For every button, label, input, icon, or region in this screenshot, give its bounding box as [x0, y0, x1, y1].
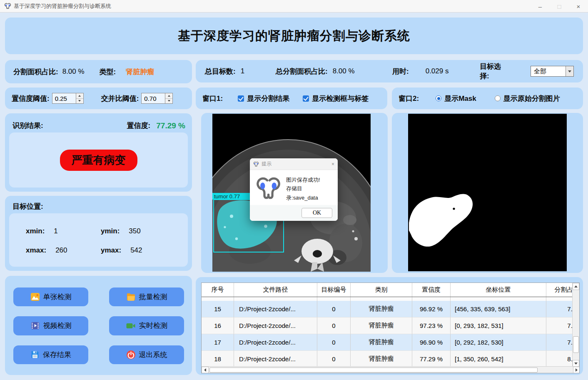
window1-label: 窗口1: — [202, 94, 223, 103]
conf-thresh-up-button[interactable] — [76, 93, 83, 99]
seg-ratio-label: 分割面积占比: — [13, 67, 58, 77]
scroll-up-button[interactable] — [573, 283, 579, 290]
scroll-down-icon — [574, 362, 578, 365]
table-row[interactable]: 15 D:/Project-2zcode/... 0 肾脏肿瘤 96.92 % … — [202, 301, 573, 318]
table-row[interactable]: 18 D:/Project-2zcode/... 0 肾脏肿瘤 77.29 % … — [202, 351, 573, 367]
total-seg-value: 8.00 % — [333, 67, 355, 75]
iou-thresh-up-button[interactable] — [165, 93, 172, 99]
save-icon — [30, 350, 40, 359]
save-results-button[interactable]: 保存结果 — [13, 345, 88, 364]
dialog-close-button[interactable]: × — [331, 161, 334, 167]
batch-detect-button[interactable]: 批量检测 — [109, 288, 184, 306]
ymax-value: 542 — [130, 246, 142, 255]
realtime-detect-button[interactable]: 实时检测 — [109, 316, 184, 335]
show-segmentation-checkbox[interactable]: 显示分割结果 — [238, 94, 289, 103]
folder-icon — [126, 292, 136, 302]
vertical-scroll-thumb[interactable] — [573, 336, 579, 353]
dialog-message-line1: 图片保存成功! — [286, 175, 334, 184]
radio-label: 显示原始分割图片 — [503, 94, 560, 103]
scroll-right-icon — [576, 368, 578, 372]
tumor-bbox-label: tumor 0.77 — [214, 193, 240, 200]
arrow-up-icon — [168, 95, 170, 97]
confidence-value: 77.29 % — [156, 121, 185, 130]
message-dialog: 提示 × 图片保存成功! 存储目录:save_data OK — [250, 158, 338, 221]
column-header: 类别 — [351, 283, 412, 297]
target-select-dropdown[interactable]: 全部 — [531, 66, 574, 77]
exit-system-button[interactable]: 退出系统 — [109, 345, 184, 364]
target-select-label: 目标选择: — [480, 62, 506, 81]
dropdown-button[interactable] — [566, 66, 573, 76]
show-boxes-labels-checkbox[interactable]: 显示检测框与标签 — [303, 94, 369, 103]
table-row[interactable]: 16 D:/Project-2zcode/... 0 肾脏肿瘤 97.23 % … — [202, 318, 573, 334]
type-value: 肾脏肿瘤 — [126, 67, 154, 77]
camera-icon — [126, 321, 136, 331]
window-title: 基于深度学习的肾脏肿瘤分割与诊断系统 — [14, 2, 111, 10]
arrow-down-icon — [168, 100, 170, 102]
vertical-scrollbar[interactable] — [572, 283, 579, 367]
horizontal-scroll-thumb[interactable] — [209, 368, 538, 372]
iou-thresh-input[interactable] — [142, 93, 165, 103]
xmin-label: xmin: — [26, 227, 45, 235]
single-detect-button[interactable]: 单张检测 — [13, 288, 88, 306]
action-buttons-panel: 单张检测 批量检测 视频检测 — [5, 276, 192, 375]
titlebar: 基于深度学习的肾脏肿瘤分割与诊断系统 – □ × — [0, 0, 588, 12]
conf-thresh-input[interactable] — [52, 93, 76, 103]
scroll-left-icon — [204, 368, 206, 372]
xmin-value: 1 — [54, 227, 57, 235]
button-label: 视频检测 — [43, 321, 72, 330]
table-header-row: 序号 文件路径 目标编号 类别 置信度 坐标位置 分割占比 — [202, 283, 573, 297]
column-header: 文件路径 — [234, 283, 317, 297]
image-icon — [30, 292, 40, 302]
button-label: 实时检测 — [139, 321, 167, 330]
dialog-message-line2: 存储目录:save_data — [286, 184, 334, 202]
column-header: 目标编号 — [317, 283, 351, 297]
radio-selected-icon — [436, 95, 441, 101]
ok-button[interactable]: OK — [301, 208, 332, 218]
close-button[interactable]: × — [569, 0, 588, 12]
ymin-label: ymin: — [101, 227, 120, 235]
conf-thresh-down-button[interactable] — [76, 99, 83, 104]
scroll-left-button[interactable] — [202, 367, 209, 373]
xmax-label: xmax: — [26, 246, 46, 255]
recognition-result-panel: 识别结果: 置信度: 77.29 % 严重有病变 — [5, 113, 192, 192]
kidney-icon — [253, 161, 259, 167]
power-icon — [126, 350, 136, 360]
conf-thresh-label: 置信度阈值: — [12, 94, 50, 103]
minimize-button[interactable]: – — [531, 0, 550, 12]
iou-thresh-down-button[interactable] — [165, 99, 172, 104]
button-label: 保存结果 — [43, 350, 71, 360]
iou-thresh-spinbox[interactable] — [141, 93, 173, 104]
total-targets-label: 总目标数: — [205, 67, 236, 76]
checkbox-checked-icon — [238, 95, 244, 102]
button-label: 批量检测 — [139, 292, 167, 302]
xmax-value: 260 — [55, 246, 67, 255]
checkbox-checked-icon — [303, 95, 309, 102]
ymax-label: ymax: — [101, 246, 121, 255]
video-icon — [30, 321, 40, 330]
button-label: 单张检测 — [43, 292, 72, 302]
horizontal-scrollbar[interactable] — [202, 366, 580, 373]
show-original-radio[interactable]: 显示原始分割图片 — [495, 94, 560, 103]
result-label: 识别结果: — [12, 121, 43, 130]
results-table-panel: 序号 文件路径 目标编号 类别 置信度 坐标位置 分割占比 15 D:/Proj… — [196, 277, 583, 375]
column-header: 坐标位置 — [451, 283, 546, 297]
threshold-panel: 置信度阈值: 交并比阈值: — [5, 88, 192, 109]
maximize-button[interactable]: □ — [550, 0, 569, 12]
scroll-right-button[interactable] — [573, 367, 580, 373]
show-mask-radio[interactable]: 显示Mask — [436, 94, 476, 103]
column-header: 置信度 — [412, 283, 451, 297]
dialog-body: 图片保存成功! 存储目录:save_data — [250, 170, 338, 205]
chevron-down-icon — [568, 70, 571, 72]
video-detect-button[interactable]: 视频检测 — [13, 316, 88, 335]
window2-options-panel: 窗口2: 显示Mask 显示原始分割图片 — [392, 88, 583, 109]
radio-unselected-icon — [495, 95, 501, 101]
radio-label: 显示Mask — [444, 94, 476, 103]
conf-thresh-spinbox[interactable] — [52, 93, 84, 104]
type-label: 类型: — [100, 67, 116, 77]
arrow-up-icon — [78, 95, 81, 97]
button-label: 退出系统 — [139, 350, 167, 360]
window1-options-panel: 窗口1: 显示分割结果 显示检测框与标签 — [196, 88, 387, 109]
kidney-logo-icon — [256, 176, 281, 202]
results-table: 序号 文件路径 目标编号 类别 置信度 坐标位置 分割占比 15 D:/Proj… — [201, 282, 580, 373]
table-row[interactable]: 17 D:/Project-2zcode/... 0 肾脏肿瘤 96.90 % … — [202, 334, 573, 351]
